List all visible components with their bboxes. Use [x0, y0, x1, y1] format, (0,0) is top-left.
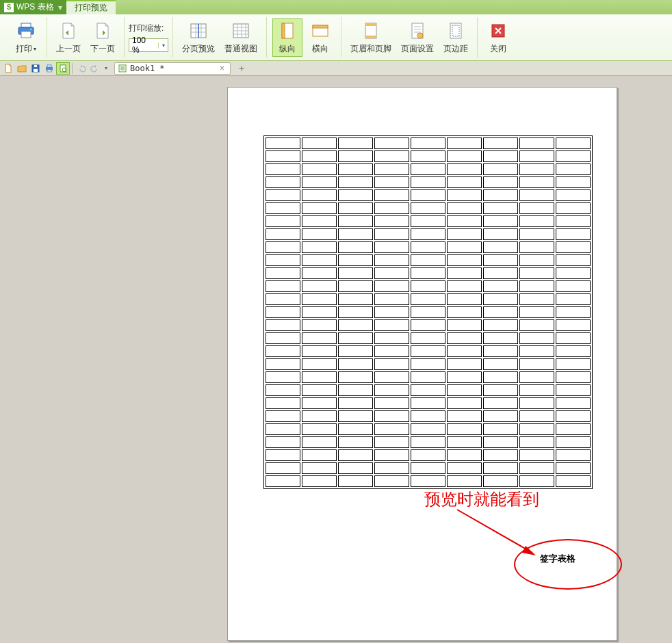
header-footer-button[interactable]: 页眉和页脚 [347, 18, 395, 57]
grid-cell [338, 137, 373, 149]
document-close-button[interactable]: × [218, 64, 226, 73]
grid-cell [338, 462, 373, 474]
grid-cell [302, 475, 337, 487]
grid-cell [302, 176, 337, 188]
margins-button[interactable]: 页边距 [440, 18, 471, 57]
grid-cell [519, 306, 554, 318]
grid-cell [374, 176, 409, 188]
normal-view-label: 普通视图 [224, 43, 257, 55]
grid-cell [266, 189, 300, 201]
grid-cell [483, 436, 518, 448]
ribbon-group-orientation: 纵向 横向 [267, 17, 341, 57]
grid-cell [556, 150, 591, 162]
grid-cell [374, 215, 409, 227]
portrait-button[interactable]: 纵向 [272, 18, 302, 57]
grid-cell [338, 176, 373, 188]
save-button[interactable] [29, 62, 42, 75]
grid-cell [519, 215, 554, 227]
grid-cell [266, 462, 300, 474]
new-file-button[interactable] [1, 62, 15, 75]
grid-cell [556, 228, 591, 240]
grid-cell [556, 345, 591, 357]
grid-cell [447, 176, 482, 188]
svg-rect-25 [365, 36, 376, 38]
zoom-label: 打印缩放: [129, 23, 164, 34]
normal-view-button[interactable]: 普通视图 [221, 18, 261, 57]
grid-cell [374, 254, 409, 266]
grid-cell [447, 150, 482, 162]
grid-cell [374, 371, 409, 383]
undo-button[interactable] [75, 62, 88, 75]
grid-cell [266, 410, 300, 422]
add-document-tab-button[interactable]: + [235, 62, 248, 75]
workspace[interactable]: 签字表格 预览时就能看到 [0, 76, 672, 643]
document-tab[interactable]: Book1 * × [114, 62, 231, 75]
grid-cell [483, 280, 518, 292]
prev-page-button[interactable]: 上一页 [53, 18, 84, 57]
landscape-button[interactable]: 横向 [305, 18, 335, 57]
redo-icon [90, 64, 100, 73]
quick-print-button[interactable] [42, 62, 56, 75]
grid-cell [374, 280, 409, 292]
app-menu-dropdown-icon[interactable]: ▾ [58, 3, 62, 12]
grid-cell [519, 410, 554, 422]
grid-cell [338, 345, 373, 357]
redo-button[interactable] [88, 62, 102, 75]
grid-cell [411, 176, 445, 188]
grid-cell [374, 410, 409, 422]
next-page-label: 下一页 [90, 43, 115, 55]
open-file-button[interactable] [15, 62, 29, 75]
zoom-select[interactable]: 100 % ▾ [129, 38, 168, 52]
zoom-dropdown-icon[interactable]: ▾ [158, 42, 168, 49]
grid-cell [519, 475, 554, 487]
grid-cell [483, 306, 518, 318]
grid-cell [556, 397, 591, 409]
ribbon-group-navigation: 上一页 下一页 [47, 17, 125, 57]
title-bar-bg [116, 0, 672, 14]
ribbon-group-view: 分页预览 普通视图 [173, 17, 267, 57]
grid-cell [556, 293, 591, 305]
grid-cell [519, 423, 554, 435]
next-page-button[interactable]: 下一页 [87, 18, 118, 57]
grid-cell [266, 371, 300, 383]
annotation-ellipse [514, 539, 622, 590]
grid-cell [519, 332, 554, 344]
grid-cell [338, 202, 373, 214]
grid-cell [338, 358, 373, 370]
grid-cell [556, 358, 591, 370]
grid-cell [519, 371, 554, 383]
ribbon-tab-label: 打印预览 [75, 2, 107, 14]
grid-cell [266, 423, 300, 435]
app-title[interactable]: S WPS 表格 ▾ [0, 0, 66, 14]
grid-cell [266, 345, 300, 357]
grid-cell [447, 332, 482, 344]
ribbon-tab-print-preview[interactable]: 打印预览 [66, 0, 116, 14]
page-break-preview-button[interactable]: 分页预览 [179, 18, 218, 57]
grid-cell [302, 228, 337, 240]
grid-cell [447, 254, 482, 266]
grid-cell [483, 202, 518, 214]
print-preview-button[interactable] [56, 62, 70, 75]
grid-cell [483, 189, 518, 201]
grid-cell [519, 384, 554, 396]
grid-cell [447, 306, 482, 318]
grid-cell [556, 202, 591, 214]
page-setup-button[interactable]: 页面设置 [398, 18, 437, 57]
grid-cell [447, 423, 482, 435]
print-button[interactable]: 打印▾ [11, 18, 41, 57]
qat-customize-dropdown[interactable]: ▾ [102, 65, 110, 71]
svg-line-49 [457, 510, 532, 553]
grid-cell [411, 254, 445, 266]
grid-cell [338, 436, 373, 448]
grid-cell [447, 241, 482, 253]
close-button[interactable]: 关闭 [483, 18, 513, 57]
grid-cell [556, 254, 591, 266]
grid-cell [556, 371, 591, 383]
grid-cell [411, 228, 445, 240]
grid-cell [411, 163, 445, 175]
grid-cell [266, 436, 300, 448]
open-folder-icon [17, 64, 27, 73]
svg-rect-36 [34, 65, 37, 67]
grid-cell [483, 410, 518, 422]
grid-cell [483, 319, 518, 331]
